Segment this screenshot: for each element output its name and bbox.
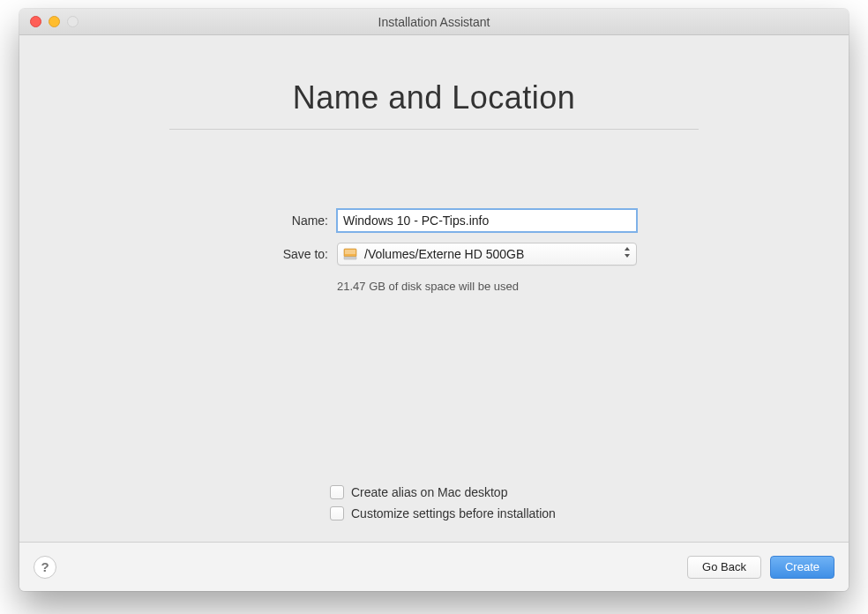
customize-label: Customize settings before installation [351, 506, 556, 520]
go-back-button[interactable]: Go Back [687, 556, 761, 579]
alias-checkbox[interactable] [330, 485, 344, 499]
saveto-label: Save to: [231, 247, 337, 261]
name-input[interactable] [337, 209, 637, 232]
create-label: Create [785, 560, 819, 573]
form: Name: Save to: /Volumes/Externe HD 500GB [231, 209, 637, 293]
window: Installation Assistant Name and Location… [19, 9, 849, 591]
minimize-icon[interactable] [49, 16, 60, 27]
customize-checkbox[interactable] [330, 506, 344, 520]
help-button[interactable]: ? [34, 556, 56, 579]
svg-rect-2 [344, 257, 356, 259]
help-icon: ? [41, 559, 49, 574]
saveto-value: /Volumes/Externe HD 500GB [364, 247, 524, 261]
close-icon[interactable] [30, 16, 41, 27]
heading-divider [169, 129, 699, 130]
content-area: Name and Location Name: Save to: /Volume… [19, 35, 849, 542]
saveto-select[interactable]: /Volumes/Externe HD 500GB [337, 243, 637, 266]
external-disk-icon [343, 248, 357, 260]
updown-icon [624, 246, 631, 262]
name-label: Name: [231, 213, 337, 228]
alias-label: Create alias on Mac desktop [351, 485, 507, 499]
go-back-label: Go Back [702, 560, 746, 573]
alias-checkbox-row[interactable]: Create alias on Mac desktop [330, 485, 849, 499]
zoom-icon [67, 16, 79, 27]
svg-rect-1 [345, 250, 355, 254]
footer: ? Go Back Create [19, 542, 849, 591]
disk-space-info: 21.47 GB of disk space will be used [337, 280, 637, 293]
page-heading: Name and Location [293, 79, 576, 116]
window-title: Installation Assistant [378, 15, 490, 29]
titlebar: Installation Assistant [19, 9, 849, 35]
create-button[interactable]: Create [770, 556, 834, 579]
traffic-lights [30, 16, 79, 27]
options: Create alias on Mac desktop Customize se… [19, 485, 849, 542]
customize-checkbox-row[interactable]: Customize settings before installation [330, 506, 849, 520]
